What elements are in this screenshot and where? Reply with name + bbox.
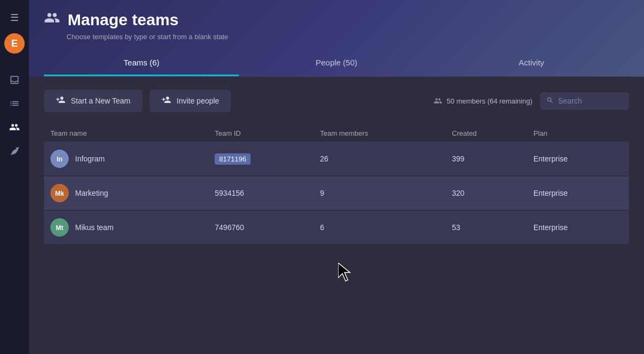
team-id-cell: 8171196 [208,142,313,176]
tab-teams[interactable]: Teams (6) [44,50,239,76]
team-avatar: In [50,150,69,168]
table-row[interactable]: Mk Marketing 5934156 9 320 Enterprise [44,176,629,210]
team-name: Marketing [75,189,108,197]
inbox-icon[interactable] [4,70,25,90]
invite-icon [162,95,171,107]
tab-bar: Teams (6) People (50) Activity [44,50,629,77]
team-created-cell: 320 [445,176,527,210]
tab-activity[interactable]: Activity [434,50,629,76]
table-row[interactable]: Mt Mikus team 7496760 6 53 Enterprise [44,210,629,245]
page-title: Manage teams [68,11,179,29]
new-team-button[interactable]: Start a New Team [44,90,142,112]
people-icon[interactable] [4,117,25,137]
team-id-badge: 8171196 [215,153,251,165]
col-plan: Plan [527,125,629,142]
new-team-icon [56,95,65,107]
team-name-cell: Mk Marketing [44,176,208,210]
team-avatar: Mk [50,184,69,202]
col-team-members: Team members [313,125,445,142]
page-header: Manage teams Choose templates by type or… [29,0,644,77]
invite-people-button[interactable]: Invite people [150,90,231,112]
team-plan-cell: Enterprise [527,142,629,176]
col-team-id: Team ID [208,125,313,142]
team-id-cell: 7496760 [208,210,313,245]
team-name: Infogram [75,154,105,163]
chart-icon[interactable] [4,93,25,114]
svg-text:Mt: Mt [56,224,63,232]
manage-teams-icon [44,10,60,30]
svg-text:Mk: Mk [55,190,64,197]
team-id: 7496760 [215,223,244,232]
team-name: Mikus team [75,223,114,232]
search-box [540,92,629,110]
main-content: Manage teams Choose templates by type or… [29,0,644,354]
members-count-label: 50 members (64 remaining) [447,97,532,105]
new-team-label: Start a New Team [71,97,130,105]
hamburger-menu[interactable]: ☰ [5,6,24,29]
team-plan-cell: Enterprise [527,210,629,245]
search-icon [546,97,554,106]
svg-text:In: In [57,156,63,163]
team-members-cell: 6 [313,210,445,245]
invite-label: Invite people [177,97,219,105]
action-bar: Start a New Team Invite people 50 member… [44,90,629,112]
search-input[interactable] [558,97,623,105]
content-area: Start a New Team Invite people 50 member… [29,77,644,354]
members-count: 50 members (64 remaining) [434,97,532,105]
col-team-name: Team name [44,125,208,142]
team-created-cell: 399 [445,142,527,176]
cube-icon[interactable] [4,141,25,161]
team-id-cell: 5934156 [208,176,313,210]
col-created: Created [445,125,527,142]
team-name-cell: In Infogram [44,142,208,176]
sidebar: ☰ E [0,0,29,354]
tab-people[interactable]: People (50) [239,50,434,76]
team-id: 5934156 [215,189,244,197]
team-members-cell: 9 [313,176,445,210]
team-plan-cell: Enterprise [527,176,629,210]
team-name-cell: Mt Mikus team [44,210,208,245]
table-row[interactable]: In Infogram 8171196 26 399 Enterprise [44,142,629,176]
team-created-cell: 53 [445,210,527,245]
team-members-cell: 26 [313,142,445,176]
team-avatar: Mt [50,218,69,237]
page-subtitle: Choose templates by type or start from a… [67,33,629,41]
user-avatar[interactable]: E [4,33,25,54]
sidebar-nav [4,70,25,161]
teams-table: Team name Team ID Team members Created P… [44,125,629,245]
